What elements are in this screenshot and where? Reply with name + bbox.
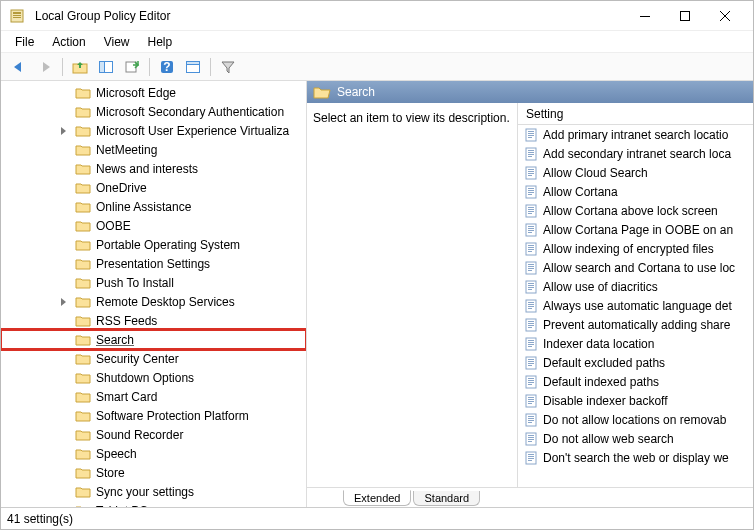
setting-item[interactable]: Allow Cortana	[518, 182, 753, 201]
toolbar-separator	[62, 58, 63, 76]
folder-icon	[75, 447, 91, 461]
tree[interactable]: Microsoft EdgeMicrosoft Secondary Authen…	[1, 81, 306, 507]
svg-rect-105	[528, 460, 532, 461]
setting-item[interactable]: Add primary intranet search locatio	[518, 125, 753, 144]
svg-rect-60	[528, 289, 532, 290]
svg-text:?: ?	[163, 60, 170, 74]
folder-icon	[75, 105, 91, 119]
tree-item[interactable]: News and interests	[1, 159, 306, 178]
help-button[interactable]: ?	[155, 56, 179, 78]
titlebar: Local Group Policy Editor	[1, 1, 753, 31]
menu-action[interactable]: Action	[44, 32, 93, 52]
svg-rect-52	[528, 264, 534, 265]
policy-icon	[524, 128, 538, 142]
forward-button[interactable]	[33, 56, 57, 78]
tree-item[interactable]: Software Protection Platform	[1, 406, 306, 425]
menu-help[interactable]: Help	[140, 32, 181, 52]
tree-item[interactable]: OneDrive	[1, 178, 306, 197]
tree-item[interactable]: Presentation Settings	[1, 254, 306, 273]
tree-item[interactable]: NetMeeting	[1, 140, 306, 159]
svg-rect-4	[640, 16, 650, 17]
svg-rect-44	[528, 230, 534, 231]
minimize-button[interactable]	[625, 2, 665, 30]
filter-button[interactable]	[216, 56, 240, 78]
setting-item[interactable]: Indexer data location	[518, 334, 753, 353]
export-list-button[interactable]	[120, 56, 144, 78]
svg-rect-80	[528, 365, 532, 366]
setting-item[interactable]: Disable indexer backoff	[518, 391, 753, 410]
tree-item-label: Store	[96, 466, 125, 480]
setting-label: Allow Cortana Page in OOBE on an	[543, 223, 733, 237]
tree-item[interactable]: Search	[1, 330, 306, 349]
setting-label: Do not allow locations on removab	[543, 413, 726, 427]
setting-item[interactable]: Default indexed paths	[518, 372, 753, 391]
setting-item[interactable]: Allow use of diacritics	[518, 277, 753, 296]
tree-item[interactable]: Portable Operating System	[1, 235, 306, 254]
tree-item[interactable]: Sound Recorder	[1, 425, 306, 444]
tree-item-label: Smart Card	[96, 390, 157, 404]
tree-item[interactable]: Tablet PC	[1, 501, 306, 507]
tree-item-label: Online Assistance	[96, 200, 191, 214]
tree-item[interactable]: Microsoft Secondary Authentication	[1, 102, 306, 121]
tree-item[interactable]: Microsoft Edge	[1, 83, 306, 102]
svg-rect-69	[528, 325, 534, 326]
svg-rect-64	[528, 306, 534, 307]
svg-rect-87	[528, 397, 534, 398]
folder-icon	[75, 295, 91, 309]
tree-item[interactable]: Online Assistance	[1, 197, 306, 216]
setting-item[interactable]: Allow Cortana Page in OOBE on an	[518, 220, 753, 239]
setting-item[interactable]: Allow Cortana above lock screen	[518, 201, 753, 220]
menu-file[interactable]: File	[7, 32, 42, 52]
setting-item[interactable]: Prevent automatically adding share	[518, 315, 753, 334]
svg-rect-97	[528, 435, 534, 436]
setting-item[interactable]: Do not allow web search	[518, 429, 753, 448]
tree-item[interactable]: Microsoft User Experience Virtualiza	[1, 121, 306, 140]
tree-item[interactable]: Sync your settings	[1, 482, 306, 501]
setting-item[interactable]: Don't search the web or display we	[518, 448, 753, 467]
setting-item[interactable]: Add secondary intranet search loca	[518, 144, 753, 163]
svg-rect-92	[528, 416, 534, 417]
policy-icon	[524, 432, 538, 446]
tree-item[interactable]: Speech	[1, 444, 306, 463]
setting-item[interactable]: Allow indexing of encrypted files	[518, 239, 753, 258]
tree-item[interactable]: Smart Card	[1, 387, 306, 406]
tab-standard[interactable]: Standard	[413, 491, 480, 506]
setting-label: Allow search and Cortana to use loc	[543, 261, 735, 275]
tab-extended[interactable]: Extended	[343, 490, 411, 506]
setting-label: Do not allow web search	[543, 432, 674, 446]
tree-item[interactable]: Remote Desktop Services	[1, 292, 306, 311]
folder-icon	[75, 200, 91, 214]
setting-item[interactable]: Always use automatic language det	[518, 296, 753, 315]
svg-rect-55	[528, 270, 532, 271]
options-button[interactable]	[181, 56, 205, 78]
setting-label: Add secondary intranet search loca	[543, 147, 731, 161]
tree-item[interactable]: Shutdown Options	[1, 368, 306, 387]
show-hide-tree-button[interactable]	[94, 56, 118, 78]
svg-rect-42	[528, 226, 534, 227]
close-button[interactable]	[705, 2, 745, 30]
svg-rect-82	[528, 378, 534, 379]
svg-rect-85	[528, 384, 532, 385]
maximize-button[interactable]	[665, 2, 705, 30]
setting-label: Prevent automatically adding share	[543, 318, 730, 332]
back-button[interactable]	[7, 56, 31, 78]
settings-list[interactable]: Add primary intranet search locatioAdd s…	[518, 125, 753, 487]
svg-rect-38	[528, 209, 534, 210]
tree-item[interactable]: Push To Install	[1, 273, 306, 292]
tree-item[interactable]: RSS Feeds	[1, 311, 306, 330]
menu-view[interactable]: View	[96, 32, 138, 52]
tree-item[interactable]: OOBE	[1, 216, 306, 235]
setting-item[interactable]: Allow search and Cortana to use loc	[518, 258, 753, 277]
setting-item[interactable]: Default excluded paths	[518, 353, 753, 372]
toolbar-separator	[210, 58, 211, 76]
tree-item[interactable]: Security Center	[1, 349, 306, 368]
svg-rect-102	[528, 454, 534, 455]
setting-item[interactable]: Allow Cloud Search	[518, 163, 753, 182]
svg-rect-94	[528, 420, 534, 421]
up-button[interactable]	[68, 56, 92, 78]
folder-icon	[75, 485, 91, 499]
setting-item[interactable]: Do not allow locations on removab	[518, 410, 753, 429]
tree-item[interactable]: Store	[1, 463, 306, 482]
svg-rect-49	[528, 249, 534, 250]
settings-column-header[interactable]: Setting	[518, 103, 753, 125]
